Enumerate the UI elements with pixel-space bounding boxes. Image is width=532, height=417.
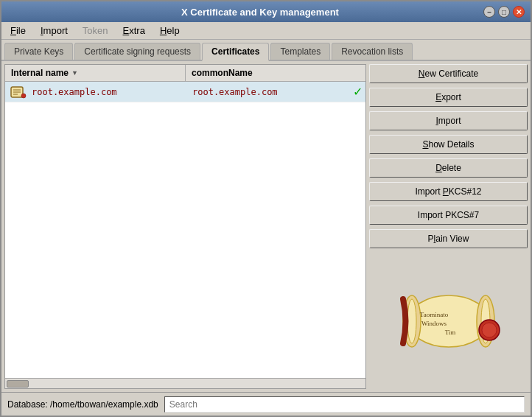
menu-file[interactable]: File — [4, 24, 32, 38]
titlebar: X Certificate and Key management – □ ✕ — [1, 1, 531, 22]
export-button[interactable]: Export — [369, 88, 528, 107]
show-details-button[interactable]: Show Details — [369, 135, 528, 154]
import-button[interactable]: Import — [369, 111, 528, 130]
right-panel: New Certificate Export Import Show Detai… — [369, 64, 528, 389]
cert-verified-icon: ✓ — [350, 82, 365, 102]
svg-text:Windows: Windows — [421, 320, 447, 327]
menubar: File Import Token Extra Help — [1, 22, 531, 40]
table-body: root.example.com root.example.com ✓ — [5, 82, 365, 378]
tab-certificates[interactable]: Certificates — [202, 43, 269, 61]
cert-icon — [5, 83, 32, 102]
menu-help[interactable]: Help — [154, 24, 186, 38]
certificate-icon — [10, 85, 27, 99]
import-pkcs12-button[interactable]: Import PKCS#12 — [369, 182, 528, 201]
svg-point-11 — [482, 323, 497, 337]
database-path: Database: /home/tbowan/example.xdb — [7, 399, 158, 410]
cert-internal-name: root.example.com — [32, 84, 189, 100]
tab-csr[interactable]: Certificate signing requests — [74, 43, 200, 60]
statusbar: Database: /home/tbowan/example.xdb — [1, 392, 531, 416]
new-certificate-button[interactable]: New Certificate — [369, 64, 528, 83]
table-row[interactable]: root.example.com root.example.com ✓ — [5, 82, 365, 102]
menu-token[interactable]: Token — [77, 24, 114, 38]
window-title: X Certificate and Key management — [37, 7, 483, 18]
import-pkcs7-button[interactable]: Import PKCS#7 — [369, 206, 528, 225]
app-logo: Taominato Windows Tim — [390, 284, 508, 358]
plain-view-button[interactable]: Plain View — [369, 229, 528, 248]
main-content: Internal name ▼ commonName — [1, 61, 531, 392]
svg-point-4 — [21, 94, 26, 98]
main-window: X Certificate and Key management – □ ✕ F… — [0, 0, 532, 417]
svg-text:Tim: Tim — [444, 329, 455, 336]
scrollbar-thumb[interactable] — [7, 380, 29, 388]
col-internal-name[interactable]: Internal name ▼ — [5, 65, 186, 81]
svg-text:Taominato: Taominato — [419, 311, 448, 318]
minimize-button[interactable]: – — [483, 6, 495, 18]
col-common-name[interactable]: commonName — [186, 65, 365, 81]
tab-templates[interactable]: Templates — [270, 43, 330, 60]
search-input[interactable] — [164, 396, 525, 413]
maximize-button[interactable]: □ — [498, 6, 510, 18]
table-header: Internal name ▼ commonName — [5, 65, 365, 82]
close-button[interactable]: ✕ — [513, 6, 525, 18]
cert-common-name: root.example.com — [189, 84, 350, 100]
tabs-bar: Private Keys Certificate signing request… — [1, 40, 531, 61]
sort-arrow-icon: ▼ — [71, 69, 78, 77]
delete-button[interactable]: Delete — [369, 158, 528, 178]
window-controls-right[interactable]: – □ ✕ — [483, 6, 525, 18]
logo-area: Taominato Windows Tim — [369, 253, 528, 389]
svg-point-7 — [407, 299, 416, 343]
tab-private-keys[interactable]: Private Keys — [4, 43, 73, 60]
menu-extra[interactable]: Extra — [117, 24, 151, 38]
horizontal-scrollbar[interactable] — [5, 378, 365, 388]
tab-revocation[interactable]: Revocation lists — [332, 43, 413, 60]
menu-import[interactable]: Import — [35, 24, 74, 38]
certificates-table: Internal name ▼ commonName — [4, 64, 366, 389]
